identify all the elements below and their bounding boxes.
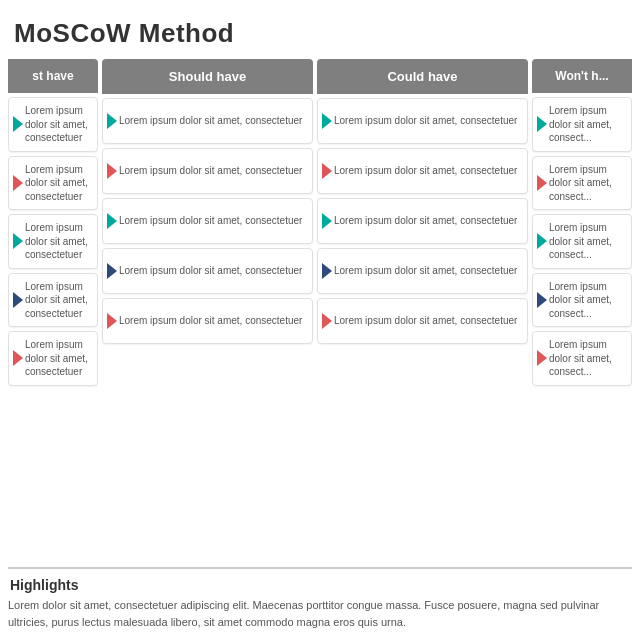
highlights-title: Highlights: [8, 577, 632, 593]
arrow-icon-navy: [322, 263, 332, 279]
card-should-1: Lorem ipsum dolor sit amet, consectetuer: [102, 98, 313, 144]
arrow-icon-red: [537, 175, 547, 191]
card-must-1: Lorem ipsum dolor sit amet, consectetuer: [8, 97, 98, 152]
arrow-icon-teal: [13, 116, 23, 132]
card-should-3: Lorem ipsum dolor sit amet, consectetuer: [102, 198, 313, 244]
arrow-icon-red: [322, 313, 332, 329]
card-must-3: Lorem ipsum dolor sit amet, consectetuer: [8, 214, 98, 269]
arrow-icon-red: [107, 313, 117, 329]
card-text: Lorem ipsum dolor sit amet, consect...: [549, 163, 625, 204]
column-header-should: Should have: [102, 59, 313, 94]
column-could: Could have Lorem ipsum dolor sit amet, c…: [317, 59, 528, 557]
highlights-body: Lorem dolor sit amet, consectetuer adipi…: [8, 597, 632, 630]
arrow-icon-navy: [107, 263, 117, 279]
card-text: Lorem ipsum dolor sit amet, consectetuer: [334, 264, 517, 278]
columns-wrapper: st have Lorem ipsum dolor sit amet, cons…: [8, 59, 632, 557]
card-text: Lorem ipsum dolor sit amet, consectetuer: [119, 264, 302, 278]
arrow-icon-red: [322, 163, 332, 179]
card-must-2: Lorem ipsum dolor sit amet, consectetuer: [8, 156, 98, 211]
arrow-icon-teal: [322, 113, 332, 129]
card-text: Lorem ipsum dolor sit amet, consect...: [549, 104, 625, 145]
arrow-icon-teal: [537, 233, 547, 249]
card-text: Lorem ipsum dolor sit amet, consectetuer: [119, 314, 302, 328]
arrow-icon-teal: [13, 233, 23, 249]
arrow-icon-teal: [322, 213, 332, 229]
column-should: Should have Lorem ipsum dolor sit amet, …: [102, 59, 313, 557]
arrow-icon-red: [107, 163, 117, 179]
card-must-4: Lorem ipsum dolor sit amet, consectetuer: [8, 273, 98, 328]
card-text: Lorem ipsum dolor sit amet, consectetuer: [334, 114, 517, 128]
card-text: Lorem ipsum dolor sit amet, consect...: [549, 280, 625, 321]
card-wont-3: Lorem ipsum dolor sit amet, consect...: [532, 214, 632, 269]
card-could-1: Lorem ipsum dolor sit amet, consectetuer: [317, 98, 528, 144]
column-header-must: st have: [8, 59, 98, 93]
card-text: Lorem ipsum dolor sit amet, consectetuer: [119, 164, 302, 178]
page: MoSCoW Method st have Lorem ipsum dolor …: [0, 0, 640, 640]
card-text: Lorem ipsum dolor sit amet, consect...: [549, 221, 625, 262]
column-must: st have Lorem ipsum dolor sit amet, cons…: [8, 59, 98, 557]
highlights-label: Highlights: [10, 577, 78, 593]
column-header-could: Could have: [317, 59, 528, 94]
highlights-section: Highlights Lorem dolor sit amet, consect…: [8, 567, 632, 630]
card-should-4: Lorem ipsum dolor sit amet, consectetuer: [102, 248, 313, 294]
card-could-2: Lorem ipsum dolor sit amet, consectetuer: [317, 148, 528, 194]
card-text: Lorem ipsum dolor sit amet, consectetuer: [119, 214, 302, 228]
card-text: Lorem ipsum dolor sit amet, consectetuer: [119, 114, 302, 128]
card-text: Lorem ipsum dolor sit amet, consectetuer: [25, 338, 91, 379]
card-could-4: Lorem ipsum dolor sit amet, consectetuer: [317, 248, 528, 294]
card-text: Lorem ipsum dolor sit amet, consectetuer: [25, 280, 91, 321]
card-wont-2: Lorem ipsum dolor sit amet, consect...: [532, 156, 632, 211]
arrow-icon-teal: [107, 113, 117, 129]
column-wont: Won't h... Lorem ipsum dolor sit amet, c…: [532, 59, 632, 557]
card-text: Lorem ipsum dolor sit amet, consectetuer: [25, 104, 91, 145]
card-text: Lorem ipsum dolor sit amet, consectetuer: [25, 221, 91, 262]
card-text: Lorem ipsum dolor sit amet, consectetuer: [25, 163, 91, 204]
arrow-icon-navy: [13, 292, 23, 308]
card-wont-5: Lorem ipsum dolor sit amet, consect...: [532, 331, 632, 386]
arrow-icon-teal: [537, 116, 547, 132]
card-wont-4: Lorem ipsum dolor sit amet, consect...: [532, 273, 632, 328]
card-text: Lorem ipsum dolor sit amet, consect...: [549, 338, 625, 379]
card-should-5: Lorem ipsum dolor sit amet, consectetuer: [102, 298, 313, 344]
card-should-2: Lorem ipsum dolor sit amet, consectetuer: [102, 148, 313, 194]
card-text: Lorem ipsum dolor sit amet, consectetuer: [334, 214, 517, 228]
card-must-5: Lorem ipsum dolor sit amet, consectetuer: [8, 331, 98, 386]
card-could-5: Lorem ipsum dolor sit amet, consectetuer: [317, 298, 528, 344]
arrow-icon-red: [537, 350, 547, 366]
card-text: Lorem ipsum dolor sit amet, consectetuer: [334, 164, 517, 178]
card-text: Lorem ipsum dolor sit amet, consectetuer: [334, 314, 517, 328]
column-header-wont: Won't h...: [532, 59, 632, 93]
arrow-icon-red: [13, 350, 23, 366]
arrow-icon-navy: [537, 292, 547, 308]
arrow-icon-red: [13, 175, 23, 191]
card-wont-1: Lorem ipsum dolor sit amet, consect...: [532, 97, 632, 152]
page-title: MoSCoW Method: [8, 18, 632, 49]
arrow-icon-teal: [107, 213, 117, 229]
card-could-3: Lorem ipsum dolor sit amet, consectetuer: [317, 198, 528, 244]
